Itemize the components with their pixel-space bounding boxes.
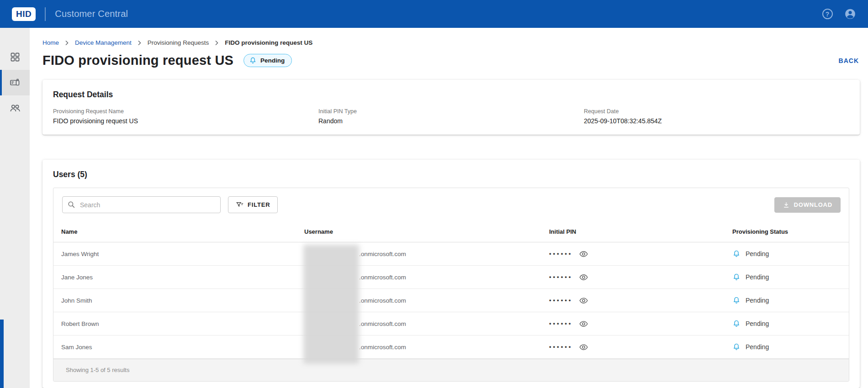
table-row: Jane Jones .onmicrosoft.com •••••• Pendi [53, 266, 849, 289]
bell-icon [732, 296, 741, 304]
field-initial-pin-type: Initial PIN Type Random [318, 108, 584, 125]
user-provisioning-status: Pending [732, 289, 849, 312]
pin-masked: •••••• [549, 343, 572, 350]
page-title: FIDO provisioning request US [42, 53, 233, 68]
field-request-date: Request Date 2025-09-10T08:32:45.854Z [584, 108, 849, 125]
filter-button-label: FILTER [248, 201, 270, 208]
breadcrumb-separator-icon [65, 40, 69, 46]
bell-icon [732, 250, 741, 258]
bell-icon [732, 320, 741, 328]
user-name: Jane Jones [53, 266, 304, 289]
user-username: .onmicrosoft.com [304, 312, 549, 336]
back-button[interactable]: BACK [838, 55, 860, 66]
eye-icon[interactable] [579, 342, 588, 352]
download-button[interactable]: DOWNLOAD [774, 197, 841, 213]
bell-icon [732, 273, 741, 281]
breadcrumb-item-fido-provisioning-request-us: FIDO provisioning request US [225, 39, 312, 46]
user-username: .onmicrosoft.com [304, 289, 549, 312]
field-label: Initial PIN Type [318, 108, 584, 115]
user-initial-pin: •••••• [549, 242, 732, 266]
column-header-provisioning-status: Provisioning Status [732, 221, 849, 242]
breadcrumb-item-home[interactable]: Home [42, 39, 59, 46]
top-app-bar: HID Customer Central ? [0, 0, 868, 28]
filter-button[interactable]: FILTER [228, 196, 278, 213]
main-content: HomeDevice ManagementProvisioning Reques… [42, 28, 860, 388]
user-username: .onmicrosoft.com [304, 266, 549, 289]
left-edge-accent [0, 320, 4, 388]
sidebar-item-apps[interactable] [0, 44, 30, 70]
user-management-icon [9, 102, 21, 114]
results-count: Showing 1-5 of 5 results [53, 359, 849, 381]
breadcrumb: HomeDevice ManagementProvisioning Reques… [42, 39, 860, 46]
user-provisioning-status: Pending [732, 336, 849, 359]
status-label: Pending [746, 297, 769, 304]
breadcrumb-item-provisioning-requests: Provisioning Requests [148, 39, 209, 46]
user-username: .onmicrosoft.com [304, 242, 549, 266]
table-row: James Wright .onmicrosoft.com •••••• Pen [53, 242, 849, 266]
user-initial-pin: •••••• [549, 289, 732, 312]
status-label: Pending [746, 250, 769, 257]
field-provisioning-request-name: Provisioning Request Name FIDO provision… [53, 108, 318, 125]
table-header-row: Name Username Initial PIN Provisioning S… [53, 221, 849, 242]
breadcrumb-separator-icon [215, 40, 219, 46]
search-icon [67, 200, 75, 209]
request-details-card: Request Details Provisioning Request Nam… [42, 80, 860, 135]
eye-icon[interactable] [579, 319, 588, 329]
help-icon[interactable]: ? [821, 8, 833, 20]
sidebar-item-device-management[interactable] [0, 70, 30, 95]
user-name: James Wright [53, 242, 304, 266]
table-row: John Smith .onmicrosoft.com •••••• Pendi [53, 289, 849, 312]
hid-logo[interactable]: HID [12, 7, 36, 21]
eye-icon[interactable] [579, 249, 588, 259]
field-label: Provisioning Request Name [53, 108, 318, 115]
account-icon[interactable] [844, 8, 856, 20]
app-title: Customer Central [55, 9, 128, 19]
status-badge-label: Pending [260, 57, 285, 64]
users-table: Name Username Initial PIN Provisioning S… [53, 221, 849, 359]
sidebar-item-user-management[interactable] [0, 95, 30, 121]
user-provisioning-status: Pending [732, 242, 849, 266]
user-initial-pin: •••••• [549, 266, 732, 289]
bell-icon [732, 343, 741, 351]
users-card: Users (5) [42, 160, 860, 388]
user-initial-pin: •••••• [549, 336, 732, 359]
eye-icon[interactable] [579, 296, 588, 305]
status-badge: Pending [243, 54, 292, 67]
download-button-label: DOWNLOAD [794, 201, 832, 208]
download-icon [783, 201, 790, 209]
user-provisioning-status: Pending [732, 266, 849, 289]
field-value: Random [318, 117, 584, 125]
pin-masked: •••••• [549, 250, 572, 257]
search-input[interactable] [62, 196, 221, 213]
user-initial-pin: •••••• [549, 312, 732, 336]
pin-masked: •••••• [549, 297, 572, 304]
breadcrumb-item-device-management[interactable]: Device Management [75, 39, 132, 46]
users-table-container: FILTER DOWNLOAD [53, 188, 849, 382]
status-label: Pending [746, 343, 769, 351]
pin-masked: •••••• [549, 273, 572, 280]
user-name: John Smith [53, 289, 304, 312]
left-sidebar [0, 28, 30, 388]
status-label: Pending [746, 273, 769, 281]
field-value: 2025-09-10T08:32:45.854Z [584, 117, 849, 125]
user-provisioning-status: Pending [732, 312, 849, 336]
breadcrumb-separator-icon [138, 40, 142, 46]
field-value: FIDO provisioning request US [53, 117, 318, 125]
pin-masked: •••••• [549, 320, 572, 327]
column-header-name: Name [53, 221, 304, 242]
device-management-icon [9, 77, 21, 89]
topbar-divider [45, 7, 46, 21]
filter-icon [236, 201, 243, 209]
user-name: Robert Brown [53, 312, 304, 336]
table-row: Sam Jones .onmicrosoft.com •••••• Pendin [53, 336, 849, 359]
table-row: Robert Brown .onmicrosoft.com •••••• Pen [53, 312, 849, 336]
column-header-username: Username [304, 221, 549, 242]
field-label: Request Date [584, 108, 849, 115]
bell-icon [249, 57, 257, 64]
user-name: Sam Jones [53, 336, 304, 359]
status-label: Pending [746, 320, 769, 327]
request-details-heading: Request Details [53, 90, 849, 100]
hid-logo-text: HID [16, 9, 32, 19]
eye-icon[interactable] [579, 273, 588, 282]
apps-grid-icon [10, 52, 21, 63]
